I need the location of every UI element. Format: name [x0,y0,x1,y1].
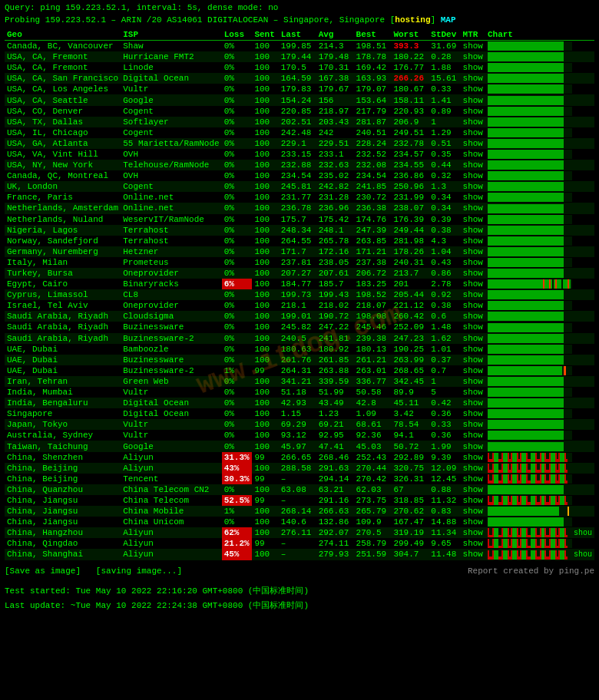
isp-cell: China Telecom [121,495,221,506]
mtr-link[interactable]: show [461,387,485,398]
mtr-link[interactable]: show [461,376,485,387]
mtr-link[interactable]: show [461,355,485,365]
isp-cell: Cogent [121,127,221,138]
chart-cell [485,127,594,138]
worst-cell: 263.99 [391,355,429,365]
best-cell: 228.24 [354,138,392,149]
geo-cell: UAE, Dubai [5,365,121,376]
mtr-link[interactable]: show [461,344,485,355]
isp-cell: Online.net [121,192,221,203]
mtr-link[interactable]: show [461,149,485,160]
mtr-link[interactable]: show [461,214,485,225]
stdev-cell: 11.48 [429,549,460,560]
best-cell: 180.13 [354,344,392,355]
mtr-link[interactable]: show [461,300,485,311]
mtr-link[interactable]: show [461,268,485,279]
isp-cell: Hurricane FMT2 [121,51,221,62]
mtr-link[interactable]: show [461,94,485,105]
mtr-link[interactable]: show [461,236,485,246]
mtr-link[interactable]: show [461,203,485,213]
isp-cell: Online.net [121,203,221,213]
table-row: Iran, TehranGreen Web0%100341.21339.5933… [5,376,594,387]
isp-cell: Cloudsigma [121,311,221,322]
mtr-link[interactable]: show [461,441,485,451]
mtr-link[interactable]: show [461,51,485,62]
mtr-link[interactable]: show [461,527,485,538]
sent-cell: 100 [252,376,278,387]
mtr-link[interactable]: show [461,225,485,236]
stdev-cell: 5 [429,387,460,398]
loss-cell: 1% [222,506,253,517]
mtr-link[interactable]: show [461,538,485,549]
mtr-link[interactable]: show [461,463,485,474]
loss-cell: 0% [222,257,253,268]
map-link[interactable]: MAP [441,15,456,25]
avg-cell: 203.43 [316,117,354,127]
best-cell: 68.61 [354,419,392,430]
mtr-link[interactable]: show [461,495,485,506]
mtr-link[interactable]: show [461,398,485,408]
table-row: USA, GA, Atlanta55 Marietta/RamNode0%100… [5,138,594,149]
last-cell: 93.12 [279,430,316,441]
avg-cell: 1.23 [316,408,354,419]
loss-cell: 45% [222,549,253,560]
mtr-link[interactable]: show [461,117,485,127]
mtr-link[interactable]: show [461,474,485,484]
loss-cell: 31.3% [222,452,253,463]
table-row: UAE, DubaiBuzinessware0%100261.76261.852… [5,355,594,365]
save-image-link[interactable]: [Save as image] [5,566,81,576]
mtr-link[interactable]: show [461,181,485,192]
last-cell: – [279,495,316,506]
best-cell: 232.08 [354,160,392,170]
isp-cell: Cogent [121,181,221,192]
mtr-link[interactable]: show [461,322,485,332]
chart-cell [485,365,594,376]
mtr-link[interactable]: show [461,62,485,73]
mtr-link[interactable]: show [461,452,485,463]
last-cell: 154.24 [279,94,316,105]
mtr-link[interactable]: show [461,257,485,268]
mtr-link[interactable]: show [461,365,485,376]
mtr-link[interactable]: show [461,311,485,322]
geo-cell: France, Paris [5,192,121,203]
isp-cell: WeservIT/RamNode [121,214,221,225]
mtr-link[interactable]: show [461,192,485,203]
col-mtr: MTR [461,29,485,41]
loss-cell: 0% [222,484,253,495]
best-cell: 265.79 [354,506,392,517]
worst-cell: 234.55 [391,160,429,170]
mtr-link[interactable]: show [461,246,485,257]
mtr-link[interactable]: show [461,333,485,344]
mtr-link[interactable]: show [461,517,485,527]
mtr-link[interactable]: show [461,506,485,517]
mtr-link[interactable]: show [461,289,485,300]
isp-cell: Terrahost [121,225,221,236]
mtr-link[interactable]: show [461,279,485,289]
best-cell: 241.85 [354,181,392,192]
loss-cell: 0% [222,419,253,430]
mtr-link[interactable]: show [461,170,485,181]
mtr-link[interactable]: show [461,160,485,170]
table-row: Taiwan, TaichungGoogle0%10045.9747.4145.… [5,441,594,451]
mtr-link[interactable]: show [461,73,485,84]
mtr-link[interactable]: show [461,549,485,560]
mtr-link[interactable]: show [461,484,485,495]
table-row: Saudi Arabia, RiyadhCloudsigma0%100199.0… [5,311,594,322]
mtr-link[interactable]: show [461,84,485,94]
geo-cell: India, Mumbai [5,387,121,398]
mtr-link[interactable]: show [461,41,485,52]
worst-cell: 281.98 [391,236,429,246]
mtr-link[interactable]: show [461,127,485,138]
sent-cell: 100 [252,62,278,73]
stdev-cell: 0.36 [429,408,460,419]
results-table: Geo ISP Loss Sent Last Avg Best Worst St… [5,29,594,560]
mtr-link[interactable]: show [461,408,485,419]
mtr-link[interactable]: show [461,419,485,430]
mtr-link[interactable]: show [461,106,485,117]
table-row: Turkey, BursaOneprovider0%100207.27207.6… [5,268,594,279]
mtr-link[interactable]: show [461,138,485,149]
col-isp: ISP [121,29,221,41]
best-cell: 273.75 [354,495,392,506]
best-cell: 258.79 [354,538,392,549]
mtr-link[interactable]: show [461,430,485,441]
